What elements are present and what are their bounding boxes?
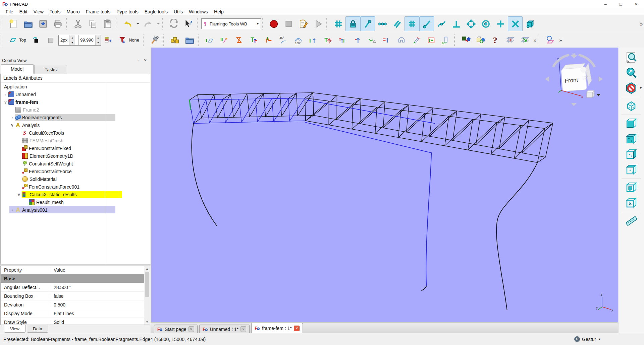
frame-cut-plate-icon[interactable] [394, 33, 409, 48]
navcube-left-arrow[interactable] [545, 76, 549, 82]
toolbar-grip[interactable] [262, 18, 265, 29]
redo-button[interactable] [141, 16, 155, 31]
bottom-view-button[interactable] [622, 195, 640, 211]
pentagon-convert-button[interactable] [459, 33, 473, 48]
tab-view[interactable]: View [4, 325, 25, 333]
layer-manager-button[interactable] [101, 33, 116, 48]
beam-library-button[interactable] [167, 33, 182, 48]
minimize-button[interactable]: – [598, 0, 613, 8]
tree-item-frame2[interactable]: Frame2 [1, 106, 115, 114]
document-tab-start-page[interactable]: FStart page✕ [154, 325, 198, 333]
tree-item-constraintselfweight[interactable]: ConstraintSelfWeight [1, 160, 122, 167]
toolbar-grip[interactable] [198, 34, 201, 46]
property-row-base[interactable]: Base [1, 274, 144, 283]
tree-expander-icon[interactable]: ∨ [16, 192, 22, 197]
tab-model[interactable]: Model [1, 64, 34, 74]
toolbar-grip[interactable] [326, 18, 329, 29]
snap-extension-icon[interactable] [493, 16, 508, 31]
frame-align-icon[interactable] [320, 33, 335, 48]
save-button[interactable] [36, 16, 50, 31]
undo-dropdown-arrow[interactable] [135, 16, 141, 31]
navigation-cube[interactable]: z x Front [540, 50, 607, 112]
property-row-display-mode[interactable]: Display ModeFlat Lines [1, 309, 144, 318]
menu-windows[interactable]: Windows [186, 9, 211, 14]
tab-data[interactable]: Data [27, 325, 48, 333]
menu-utils[interactable]: Utils [171, 9, 186, 14]
toolbar-overflow-button[interactable]: » [558, 37, 563, 43]
frame-rotate-45-icon[interactable]: 45° [276, 33, 291, 48]
toolbar-overflow-button[interactable]: » [639, 21, 644, 27]
frame-stretch-icon[interactable]: I [335, 33, 350, 48]
tree-expander-icon[interactable]: ∨ [3, 100, 8, 105]
shape2d-view-button[interactable] [543, 33, 558, 48]
navcube-down-arrow[interactable] [571, 103, 577, 106]
menu-view[interactable]: View [31, 9, 47, 14]
toolbar-grip[interactable] [454, 34, 457, 46]
tree-item-analysis001[interactable]: ›AAnalysis001 [1, 206, 115, 214]
tree-item-femconstraintfixed[interactable]: FemConstraintFixed [1, 144, 122, 152]
frame-branch-icon[interactable] [409, 33, 424, 48]
panel-float-icon[interactable]: ▫ [135, 58, 142, 62]
snap-midpoint-icon[interactable] [375, 16, 390, 31]
paste-button[interactable] [100, 16, 115, 31]
frame-folder-button[interactable] [182, 33, 197, 48]
frame-double-beam-icon[interactable]: II [217, 33, 232, 48]
zoom-selection-button[interactable] [622, 65, 640, 80]
macro-edit-button[interactable] [296, 16, 311, 31]
cut-icon-button[interactable] [70, 16, 85, 31]
tree-expander-icon[interactable]: › [9, 115, 15, 120]
snap-concentric-icon[interactable] [478, 16, 493, 31]
snap-dimensions-icon[interactable] [523, 16, 537, 31]
frame-beam-section-icon[interactable]: I [379, 33, 394, 48]
snap-parallel-icon[interactable] [390, 16, 405, 31]
property-row-draw-style[interactable]: Draw StyleSolid [1, 318, 144, 325]
3d-viewport[interactable]: z x Front [151, 48, 618, 322]
scale-spinner[interactable]: 99.990 ▲▼ [78, 35, 101, 46]
tree-item-calculix_static_results[interactable]: ∨CalculiX_static_results [1, 191, 122, 198]
menu-pype-tools[interactable]: Pype tools [113, 9, 141, 14]
snap-working-plane-icon[interactable] [405, 16, 419, 31]
draw-style-button[interactable]: ▼ [622, 80, 640, 96]
toolbar-overflow-button[interactable]: » [532, 37, 538, 43]
toolbar-grip[interactable] [2, 18, 4, 29]
tree-item-result_mesh[interactable]: Result_mesh [1, 198, 129, 206]
draft-to-sketch-button[interactable] [503, 33, 518, 48]
navcube-mini-cube[interactable] [587, 90, 594, 97]
snap-angle-icon[interactable] [419, 16, 434, 31]
tree-item-femconstraintforce[interactable]: FemConstraintForce [1, 167, 122, 175]
tree-item-femconstraintforce001[interactable]: FemConstraintForce001 [1, 183, 122, 191]
tree-item-calculixccxtools[interactable]: SCalculiXccxTools [1, 129, 122, 137]
navigation-style-selector[interactable]: ↻ Gestur ▼ [574, 336, 601, 342]
frame-extend-icon[interactable]: I [306, 33, 320, 48]
line-width-spinner[interactable]: 2px ▲▼ [58, 35, 78, 46]
draft-style-button[interactable] [29, 33, 44, 48]
property-row-bounding-box[interactable]: Bounding Boxfalse [1, 292, 144, 300]
toolbar-grip[interactable] [539, 34, 541, 46]
toolbar-grip[interactable] [197, 18, 200, 29]
document-tab-frame-fem-1-[interactable]: Fframe-fem : 1*✕ [251, 323, 303, 333]
tab-close-icon[interactable]: ✕ [240, 326, 246, 332]
property-row-angular-deflect-[interactable]: Angular Deflect...28.500 ° [1, 283, 144, 292]
snap-endpoint-icon[interactable] [360, 16, 375, 31]
snap-spline-icon[interactable] [434, 16, 449, 31]
rear-view-button[interactable] [622, 162, 640, 178]
maximize-button[interactable]: □ [613, 0, 629, 8]
property-scrollbar[interactable]: ▲ ▼ [144, 266, 150, 325]
snap-grid-icon[interactable] [331, 16, 345, 31]
color-swatch-button[interactable] [44, 33, 58, 48]
snap-near-icon[interactable] [508, 16, 523, 31]
menu-edit[interactable]: Edit [16, 9, 31, 14]
autogroup-button[interactable]: None [116, 33, 142, 47]
frame-angle-cut-icon[interactable] [365, 33, 379, 48]
redo-dropdown-arrow[interactable] [155, 16, 161, 31]
tree-item-elementgeometry1d[interactable]: ElementGeometry1D [1, 152, 122, 160]
whats-this-button[interactable]: ? [181, 16, 196, 31]
frame-rotate-180-icon[interactable]: 180° [291, 33, 306, 48]
scroll-up-icon[interactable]: ▲ [146, 266, 149, 271]
tree-item-booleanfragments[interactable]: ›BooleanFragments [1, 114, 115, 121]
right-view-button[interactable] [622, 147, 640, 162]
snap-lock-icon[interactable] [345, 16, 360, 31]
top-view-button[interactable] [622, 131, 640, 147]
pentagon-export-button[interactable] [473, 33, 488, 48]
macro-record-button[interactable] [266, 16, 281, 31]
